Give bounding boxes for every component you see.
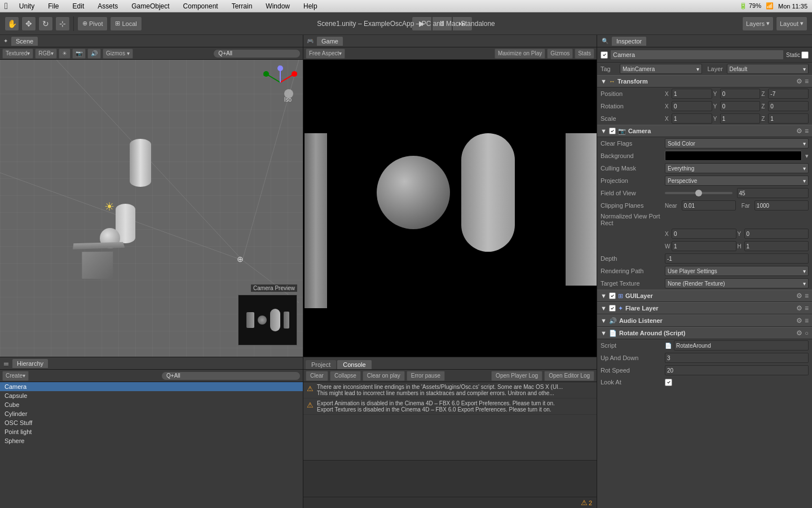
scene-tab[interactable]: Scene [11, 37, 38, 46]
gizmo-widget[interactable]: X Z Y [263, 65, 297, 105]
terrain-menu[interactable]: Terrain [230, 2, 255, 10]
target-texture-dropdown[interactable]: None (Render Texture) ▾ [665, 278, 809, 288]
look-at-checkbox[interactable] [665, 379, 672, 386]
inspector-tab[interactable]: Inspector [612, 37, 646, 46]
file-menu[interactable]: File [46, 2, 61, 10]
create-dropdown[interactable]: Create ▾ [2, 371, 29, 381]
scale-x[interactable]: 1 [672, 113, 712, 124]
local-button[interactable]: ⊞ Local [110, 16, 142, 31]
game-tab[interactable]: Game [317, 37, 343, 46]
edit-menu[interactable]: Edit [70, 2, 87, 10]
fov-slider[interactable] [665, 192, 732, 194]
camera-enabled-checkbox[interactable] [609, 128, 616, 134]
culling-mask-dropdown[interactable]: Everything ▾ [665, 163, 809, 173]
flarelayer-header[interactable]: ▼ ✦ Flare Layer ⚙ ≡ [597, 302, 812, 314]
console-msg-2[interactable]: ⚠ Export Animation is disabled in the Ci… [303, 398, 597, 415]
transform-menu-icon[interactable]: ≡ [805, 77, 809, 85]
game-viewport[interactable] [303, 60, 597, 357]
hierarchy-tab[interactable]: Hierarchy [12, 359, 48, 368]
lighting-toggle[interactable]: ☀ [59, 49, 70, 59]
color-mode-dropdown[interactable]: RGB ▾ [35, 49, 57, 59]
audiolistener-menu[interactable]: ≡ [805, 317, 809, 325]
open-player-log-button[interactable]: Open Player Log [491, 371, 542, 381]
object-enabled-checkbox[interactable] [601, 51, 608, 59]
scale-y[interactable]: 1 [720, 113, 761, 124]
background-color[interactable] [665, 151, 802, 161]
hierarchy-item-sphere[interactable]: Sphere [0, 436, 303, 445]
rot-y[interactable]: 0 [720, 101, 761, 111]
nvp-h[interactable]: 1 [744, 241, 809, 251]
component-menu[interactable]: Component [181, 2, 220, 10]
camera-menu-icon[interactable]: ≡ [805, 127, 809, 135]
clear-button[interactable]: Clear [306, 371, 328, 381]
scene-viewport[interactable]: ☀ ⊕ [0, 60, 303, 357]
hierarchy-item-capsule[interactable]: Capsule [0, 391, 303, 400]
transform-component-header[interactable]: ▼ ↔ Transform ⚙ ≡ [597, 75, 812, 87]
hierarchy-item-point-light[interactable]: Point light [0, 427, 303, 436]
flarelayer-checkbox[interactable] [609, 305, 616, 312]
flarelayer-gear[interactable]: ⚙ [796, 304, 802, 312]
rendering-path-dropdown[interactable]: Use Player Settings ▾ [665, 266, 809, 276]
pivot-button[interactable]: ⊕ Pivot [77, 16, 108, 31]
audio-toggle[interactable]: 🔊 [87, 49, 101, 59]
audiolistener-gear[interactable]: ⚙ [796, 317, 802, 325]
scene-search[interactable]: Q+All [213, 49, 301, 58]
render-mode-dropdown[interactable]: Textured ▾ [2, 49, 33, 59]
gameobject-menu[interactable]: GameObject [129, 2, 171, 10]
open-editor-log-button[interactable]: Open Editor Log [544, 371, 594, 381]
window-menu[interactable]: Window [263, 2, 292, 10]
near-value[interactable]: 0.01 [682, 200, 736, 211]
rotate-script-header[interactable]: ▼ 📄 Rotate Around (Script) ⚙ ○ [597, 327, 812, 339]
aspect-ratio-dropdown[interactable]: Free Aspect ▾ [306, 49, 345, 59]
project-tab[interactable]: Project [306, 360, 336, 369]
hand-tool[interactable]: ✋ [5, 16, 19, 31]
clear-flags-dropdown[interactable]: Solid Color ▾ [665, 138, 809, 148]
move-tool[interactable]: ✥ [21, 16, 36, 31]
collapse-button[interactable]: Collapse [330, 371, 361, 381]
camera-gear-icon[interactable]: ⚙ [796, 127, 802, 135]
camera-component-header[interactable]: ▼ 📷 Camera ⚙ ≡ [597, 125, 812, 137]
pos-z[interactable]: -7 [768, 89, 809, 99]
gizmos-btn[interactable]: Gizmos [547, 49, 573, 59]
layout-dropdown[interactable]: Layout ▾ [776, 16, 807, 31]
help-menu[interactable]: Help [301, 2, 320, 10]
guilayer-header[interactable]: ▼ ⊞ GUILayer ⚙ ≡ [597, 290, 812, 302]
gizmos-dropdown[interactable]: Gizmos ▾ [103, 49, 133, 59]
console-tab[interactable]: Console [337, 360, 371, 369]
pos-x[interactable]: 1 [672, 89, 712, 99]
unity-menu[interactable]: Unity [17, 2, 37, 10]
tag-dropdown[interactable]: MainCamera ▾ [620, 64, 702, 74]
transform-gear-icon[interactable]: ⚙ [796, 77, 802, 85]
hierarchy-search[interactable]: Q+All [161, 371, 301, 380]
pos-y[interactable]: 0 [720, 89, 761, 99]
fov-value[interactable]: 45 [737, 188, 809, 198]
nvp-w[interactable]: 1 [672, 241, 736, 251]
up-down-value[interactable]: 3 [665, 353, 809, 363]
audiolistener-header[interactable]: ▼ 🔊 Audio Listener ⚙ ≡ [597, 314, 812, 327]
rotate-gear[interactable]: ⚙ [796, 329, 802, 337]
hierarchy-item-cylinder[interactable]: Cylinder [0, 409, 303, 418]
script-value[interactable]: RotateAround [674, 340, 809, 351]
guilayer-gear[interactable]: ⚙ [796, 292, 802, 300]
static-checkbox[interactable] [801, 51, 809, 59]
scale-tool[interactable]: ⊹ [55, 16, 70, 31]
object-name-field[interactable]: Camera [610, 50, 784, 60]
hierarchy-item-cube[interactable]: Cube [0, 400, 303, 409]
rot-z[interactable]: 0 [768, 101, 809, 111]
camera-toggle[interactable]: 📷 [72, 49, 86, 59]
hierarchy-item-osc[interactable]: OSC Stuff [0, 418, 303, 427]
projection-dropdown[interactable]: Perspective ▾ [665, 176, 809, 186]
hierarchy-item-camera[interactable]: Camera [0, 382, 303, 391]
flarelayer-menu[interactable]: ≡ [805, 304, 809, 312]
clear-on-play-button[interactable]: Clear on play [363, 371, 405, 381]
stats-btn[interactable]: Stats [575, 49, 594, 59]
rot-x[interactable]: 0 [672, 101, 712, 111]
nvp-y[interactable]: 0 [744, 229, 809, 239]
depth-value[interactable]: -1 [665, 253, 809, 264]
console-msg-1[interactable]: ⚠ There are inconsistent line endings in… [303, 382, 597, 398]
layers-dropdown[interactable]: Layers ▾ [742, 16, 774, 31]
nvp-x[interactable]: 0 [672, 229, 736, 239]
apple-menu[interactable]:  [5, 1, 8, 11]
layer-dropdown[interactable]: Default ▾ [727, 64, 809, 74]
rotate-tool[interactable]: ↻ [38, 16, 53, 31]
